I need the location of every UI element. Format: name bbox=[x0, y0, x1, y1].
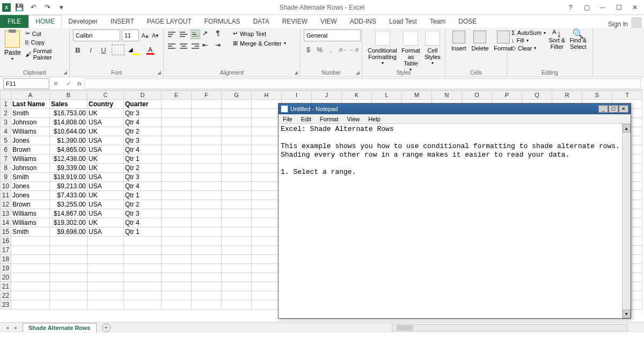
column-header[interactable]: R bbox=[552, 91, 582, 100]
tab-data[interactable]: DATA bbox=[246, 15, 275, 28]
font-name-input[interactable] bbox=[73, 30, 120, 41]
cell[interactable] bbox=[124, 264, 162, 273]
column-header[interactable]: J bbox=[312, 91, 342, 100]
cell[interactable] bbox=[222, 127, 252, 136]
cell[interactable] bbox=[124, 255, 162, 264]
cell[interactable] bbox=[162, 182, 192, 191]
cell[interactable] bbox=[252, 291, 282, 300]
cell[interactable]: Jones bbox=[11, 182, 50, 191]
cell[interactable] bbox=[192, 237, 222, 246]
column-header[interactable]: P bbox=[492, 91, 522, 100]
cell[interactable] bbox=[192, 218, 222, 227]
cell[interactable] bbox=[11, 282, 50, 291]
cell[interactable] bbox=[162, 255, 192, 264]
name-box[interactable] bbox=[3, 78, 49, 89]
cell[interactable] bbox=[50, 264, 87, 273]
column-header[interactable]: H bbox=[252, 91, 282, 100]
cell[interactable] bbox=[252, 209, 282, 218]
column-header[interactable]: T bbox=[612, 91, 642, 100]
cell[interactable]: Williams bbox=[11, 218, 50, 227]
cell[interactable] bbox=[252, 100, 282, 109]
row-header[interactable]: 17 bbox=[1, 246, 11, 255]
cell[interactable] bbox=[192, 246, 222, 255]
cell[interactable] bbox=[222, 164, 252, 173]
increase-indent-button[interactable]: ⇥ bbox=[215, 41, 226, 51]
cell[interactable]: Qtr 1 bbox=[124, 191, 162, 200]
comma-format-button[interactable]: , bbox=[326, 45, 335, 55]
cell[interactable] bbox=[252, 118, 282, 127]
notepad-menu-view[interactable]: View bbox=[343, 116, 364, 122]
column-header[interactable]: S bbox=[582, 91, 612, 100]
formula-input[interactable] bbox=[84, 78, 641, 89]
cell[interactable] bbox=[252, 109, 282, 118]
cell[interactable] bbox=[192, 273, 222, 282]
find-select-button[interactable]: 🔍Find & Select bbox=[567, 30, 589, 52]
cell[interactable]: UK bbox=[87, 109, 124, 118]
cell[interactable] bbox=[252, 246, 282, 255]
cell[interactable] bbox=[11, 300, 50, 310]
cut-button[interactable]: ✂Cut bbox=[24, 30, 66, 38]
cell[interactable]: $10,644.00 bbox=[50, 127, 87, 136]
cell[interactable] bbox=[162, 145, 192, 155]
cell[interactable] bbox=[124, 282, 162, 291]
row-header[interactable]: 1 bbox=[1, 100, 11, 109]
cell[interactable] bbox=[252, 155, 282, 164]
cell[interactable]: $18,919.00 bbox=[50, 173, 87, 182]
cell[interactable] bbox=[124, 237, 162, 246]
cell[interactable] bbox=[192, 118, 222, 127]
cell[interactable] bbox=[162, 136, 192, 145]
cell[interactable] bbox=[162, 273, 192, 282]
cell[interactable]: USA bbox=[87, 145, 124, 155]
cell[interactable] bbox=[252, 145, 282, 155]
cell[interactable] bbox=[222, 118, 252, 127]
font-launcher-icon[interactable]: ◢ bbox=[156, 69, 162, 76]
cell[interactable] bbox=[192, 227, 222, 237]
cell[interactable] bbox=[192, 264, 222, 273]
alignment-launcher-icon[interactable]: ◢ bbox=[292, 69, 299, 76]
cell[interactable] bbox=[11, 255, 50, 264]
bold-button[interactable]: B bbox=[73, 45, 83, 55]
file-tab[interactable]: FILE bbox=[0, 15, 28, 28]
align-center-button[interactable] bbox=[179, 41, 188, 51]
row-header[interactable]: 16 bbox=[1, 237, 11, 246]
row-header[interactable]: 19 bbox=[1, 264, 11, 273]
align-right-button[interactable] bbox=[191, 41, 200, 51]
cell[interactable] bbox=[252, 264, 282, 273]
cell[interactable] bbox=[222, 237, 252, 246]
insert-function-button[interactable]: fx bbox=[75, 80, 84, 87]
row-header[interactable]: 9 bbox=[1, 173, 11, 182]
cell[interactable] bbox=[50, 246, 87, 255]
cell[interactable]: Qtr 3 bbox=[124, 209, 162, 218]
row-header[interactable]: 12 bbox=[1, 200, 11, 209]
row-header[interactable]: 4 bbox=[1, 127, 11, 136]
row-header[interactable]: 5 bbox=[1, 136, 11, 145]
cell[interactable]: UK bbox=[87, 218, 124, 227]
row-header[interactable]: 7 bbox=[1, 155, 11, 164]
cell[interactable] bbox=[222, 255, 252, 264]
cell[interactable] bbox=[87, 300, 124, 310]
tab-home[interactable]: HOME bbox=[28, 15, 62, 28]
cell[interactable]: Williams bbox=[11, 209, 50, 218]
minimize-icon[interactable]: ─ bbox=[597, 3, 609, 12]
clipboard-launcher-icon[interactable]: ◢ bbox=[62, 69, 68, 76]
enter-formula-icon[interactable]: ✓ bbox=[62, 78, 75, 89]
wrap-indent-icon[interactable]: ¶ bbox=[216, 30, 227, 39]
row-header[interactable]: 15 bbox=[1, 227, 11, 237]
cell[interactable]: Smith bbox=[11, 227, 50, 237]
cell[interactable]: $16,753.00 bbox=[50, 109, 87, 118]
cell[interactable] bbox=[192, 282, 222, 291]
cell[interactable]: $4,865.00 bbox=[50, 145, 87, 155]
cell[interactable]: Jones bbox=[11, 136, 50, 145]
cell[interactable] bbox=[192, 209, 222, 218]
cell[interactable] bbox=[50, 291, 87, 300]
column-header[interactable]: N bbox=[432, 91, 462, 100]
cell[interactable] bbox=[222, 155, 252, 164]
cell[interactable] bbox=[87, 273, 124, 282]
qat-customize-icon[interactable]: ▾ bbox=[56, 2, 67, 13]
cell[interactable]: $19,302.00 bbox=[50, 218, 87, 227]
cell[interactable]: Qtr 4 bbox=[124, 118, 162, 127]
accounting-format-button[interactable]: $ bbox=[304, 45, 313, 55]
cell[interactable] bbox=[11, 246, 50, 255]
cell[interactable]: Williams bbox=[11, 127, 50, 136]
maximize-icon[interactable]: ☐ bbox=[613, 3, 625, 12]
